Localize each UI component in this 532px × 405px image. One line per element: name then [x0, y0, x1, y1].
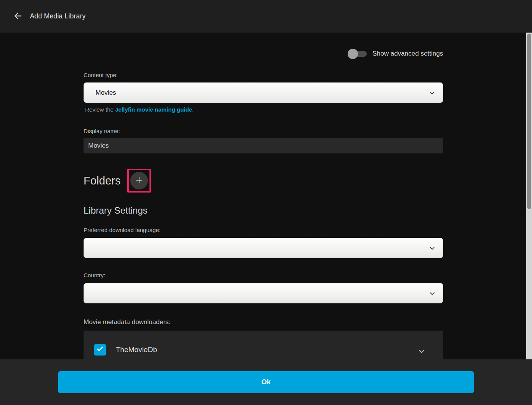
metadata-downloaders-label: Movie metadata downloaders: [84, 318, 443, 326]
add-folder-button[interactable] [130, 172, 148, 189]
back-button[interactable] [10, 9, 25, 24]
preferred-language-label: Preferred download language: [84, 227, 443, 234]
display-name-label: Display name: [84, 128, 443, 135]
themoviedb-checkbox[interactable] [94, 344, 106, 356]
chevron-down-icon [428, 290, 436, 300]
metadata-downloaders-panel: TheMovieDb [84, 331, 443, 359]
naming-guide-helper: Review the Jellyfin movie naming guide. [84, 106, 443, 113]
chevron-down-icon [428, 89, 436, 99]
arrow-back-icon [13, 11, 23, 22]
scrollbar-track[interactable] [526, 33, 532, 359]
scrollbar-thumb[interactable] [527, 34, 531, 209]
show-advanced-settings-toggle[interactable] [348, 49, 367, 59]
library-settings-heading: Library Settings [84, 205, 443, 217]
plus-icon [135, 176, 143, 186]
checkmark-icon [96, 345, 104, 354]
folders-section: Folders [84, 169, 443, 193]
page-title: Add Media Library [30, 12, 85, 20]
helper-suffix: . [192, 106, 194, 113]
focus-highlight-ring [127, 169, 151, 193]
downloader-name: TheMovieDb [116, 346, 157, 354]
content-type-value: Movies [95, 89, 116, 97]
ok-button[interactable]: Ok [58, 371, 474, 393]
app-header: Add Media Library [0, 0, 532, 33]
downloader-row-themoviedb: TheMovieDb [94, 344, 443, 356]
form-scroll-area: Show advanced settings Content type: Mov… [0, 33, 526, 359]
toggle-knob [348, 49, 358, 59]
advanced-settings-row: Show advanced settings [84, 48, 443, 59]
chevron-down-icon [428, 244, 436, 254]
content-type-label: Content type: [84, 72, 443, 79]
expand-chevron-down-icon[interactable] [417, 347, 426, 357]
footer-bar: Ok [0, 359, 532, 405]
country-select[interactable] [84, 283, 443, 303]
country-label: Country: [84, 272, 443, 279]
folders-heading: Folders [84, 175, 121, 187]
advanced-settings-label: Show advanced settings [373, 50, 443, 58]
content-type-select[interactable]: Movies [84, 82, 443, 103]
helper-prefix: Review the [85, 106, 115, 113]
naming-guide-link[interactable]: Jellyfin movie naming guide [115, 106, 192, 113]
preferred-language-select[interactable] [84, 238, 443, 258]
display-name-input[interactable] [84, 138, 443, 153]
